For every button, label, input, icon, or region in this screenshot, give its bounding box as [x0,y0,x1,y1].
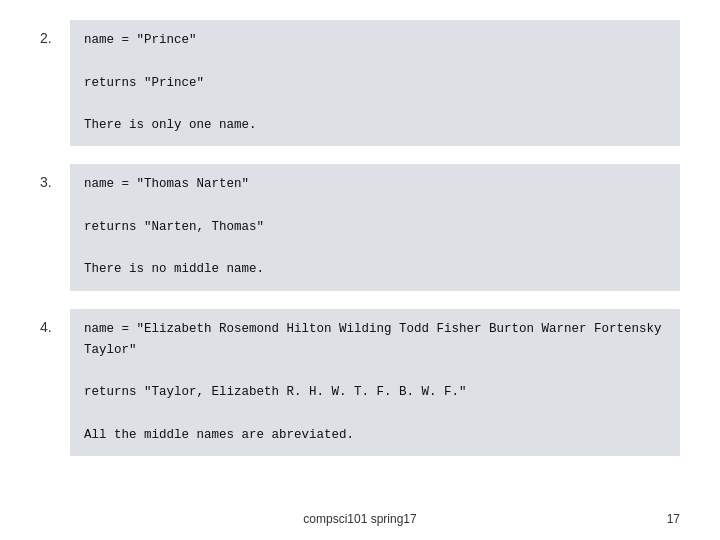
code-line-1-4: There is only one name. [84,118,257,132]
item-number-1: 2. [40,20,60,46]
code-line-3-0: name = "Elizabeth Rosemond Hilton Wildin… [84,322,662,357]
code-line-1-0: name = "Prince" [84,33,197,47]
footer-page: 17 [667,512,680,526]
item-number-3: 4. [40,309,60,335]
code-line-2-4: There is no middle name. [84,262,264,276]
code-line-3-2: returns "Taylor, Elizabeth R. H. W. T. F… [84,385,467,399]
footer-label: compsci101 spring17 [303,512,416,526]
page-content: 2.name = "Prince"returns "Prince"There i… [0,0,720,516]
item-3: 4.name = "Elizabeth Rosemond Hilton Wild… [40,309,680,457]
code-block-2: name = "Thomas Narten"returns "Narten, T… [70,164,680,290]
item-1: 2.name = "Prince"returns "Prince"There i… [40,20,680,146]
code-block-1: name = "Prince"returns "Prince"There is … [70,20,680,146]
code-line-2-2: returns "Narten, Thomas" [84,220,264,234]
item-number-2: 3. [40,164,60,190]
code-line-1-2: returns "Prince" [84,76,204,90]
item-2: 3.name = "Thomas Narten"returns "Narten,… [40,164,680,290]
code-line-3-4: All the middle names are abreviated. [84,428,354,442]
code-line-2-0: name = "Thomas Narten" [84,177,249,191]
code-block-3: name = "Elizabeth Rosemond Hilton Wildin… [70,309,680,457]
footer: compsci101 spring17 17 [0,512,720,526]
